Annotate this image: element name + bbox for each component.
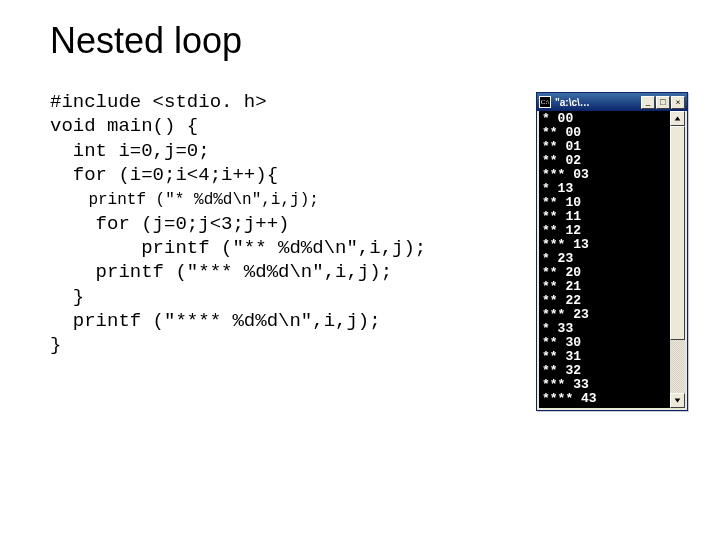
scroll-up-button[interactable] [670, 111, 685, 126]
code-line: printf ("* %d%d\n",i,j); [50, 191, 319, 209]
code-line: } [50, 334, 61, 356]
titlebar-buttons: _ □ × [641, 96, 685, 109]
chevron-up-icon [674, 115, 681, 122]
vertical-scrollbar[interactable] [670, 111, 685, 408]
console-window: C:\ "a:\c\… _ □ × * 00 ** 00 ** 01 ** 02… [536, 92, 688, 411]
cmd-icon: C:\ [539, 96, 551, 108]
window-title: "a:\c\… [553, 97, 639, 108]
titlebar: C:\ "a:\c\… _ □ × [537, 93, 687, 111]
code-line: #include <stdio. h> [50, 91, 267, 113]
page-title: Nested loop [50, 20, 680, 62]
code-line: void main() { [50, 115, 198, 137]
code-line: int i=0,j=0; [50, 140, 210, 162]
minimize-button[interactable]: _ [641, 96, 655, 109]
svg-marker-1 [675, 398, 681, 402]
code-line: printf ("**** %d%d\n",i,j); [50, 310, 381, 332]
scroll-down-button[interactable] [670, 393, 685, 408]
code-line: for (i=0;i<4;i++){ [50, 164, 278, 186]
code-line: printf ("** %d%d\n",i,j); [50, 237, 426, 259]
code-line: for (j=0;j<3;j++) [50, 213, 289, 235]
code-line: printf ("*** %d%d\n",i,j); [50, 261, 392, 283]
maximize-button[interactable]: □ [656, 96, 670, 109]
slide: Nested loop #include <stdio. h> void mai… [0, 0, 720, 540]
svg-marker-0 [675, 116, 681, 120]
close-button[interactable]: × [671, 96, 685, 109]
console-body: * 00 ** 00 ** 01 ** 02 *** 03 * 13 ** 10… [537, 111, 687, 410]
scroll-thumb[interactable] [670, 126, 685, 340]
chevron-down-icon [674, 397, 681, 404]
scroll-track[interactable] [670, 126, 685, 393]
console-output: * 00 ** 00 ** 01 ** 02 *** 03 * 13 ** 10… [539, 111, 670, 408]
code-line: } [50, 286, 84, 308]
